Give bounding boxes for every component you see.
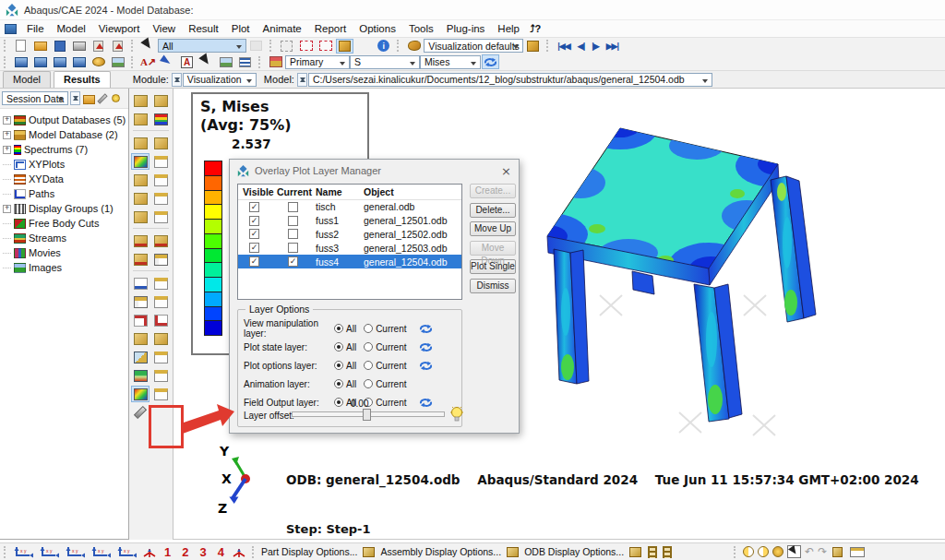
sync-icon[interactable] (419, 360, 433, 372)
tree-item-xyplots[interactable]: XYPlots (3, 157, 128, 172)
tree-item-display-groups-1[interactable]: Display Groups (1) (3, 201, 128, 216)
color-code-cube-button[interactable] (524, 39, 542, 54)
toolbox-stream-plot-button[interactable] (131, 367, 150, 384)
sync-field-output-button[interactable] (482, 54, 499, 69)
triad-view-icon[interactable] (232, 545, 246, 559)
selection-filter-button[interactable] (247, 39, 265, 54)
menu-view[interactable]: View (146, 22, 182, 35)
viewport-4-button[interactable]: 4 (218, 545, 224, 559)
field-output-position-combo[interactable]: Primary (285, 55, 350, 69)
menu-options[interactable]: Options (353, 22, 402, 35)
create-viewport-button[interactable] (12, 54, 30, 69)
radio-current[interactable] (364, 379, 373, 388)
toolbox-view-cut-manager-button[interactable] (151, 275, 170, 292)
layer-row-fuss4[interactable]: fuss4general_12504.odb (238, 255, 461, 268)
toolbox-frame-selector-button[interactable] (131, 92, 150, 109)
toolbox-odb-display-options-button[interactable] (131, 111, 150, 127)
toolbox-xy-data-manager-button[interactable] (131, 293, 150, 310)
annotation-cursor-button[interactable] (197, 54, 215, 69)
toolbar-grip[interactable] (252, 546, 257, 558)
edit-tree-icon[interactable] (97, 93, 107, 103)
toolbox-stream-options-button[interactable] (151, 367, 170, 384)
toolbox-overlay-plot-button[interactable] (131, 386, 150, 402)
toolbox-annotation-pen-button[interactable] (131, 404, 150, 421)
expand-icon[interactable] (3, 116, 11, 125)
view-cube-ghost-button[interactable] (278, 39, 295, 54)
tree-item-streams[interactable]: Streams (3, 231, 128, 245)
session-data-combo[interactable]: Session Data (2, 91, 68, 105)
toolbar-grip[interactable] (4, 546, 8, 558)
toolbox-activate-view-cut-button[interactable] (131, 330, 150, 347)
tree-item-paths[interactable]: Paths (3, 186, 128, 201)
next-frame-button[interactable]: |▶ (592, 42, 598, 51)
menu-tools[interactable]: Tools (402, 22, 440, 35)
current-checkbox[interactable] (288, 229, 298, 239)
current-checkbox[interactable] (288, 216, 298, 226)
print-button[interactable] (70, 39, 88, 54)
toolbox-xy-plot-options-button[interactable] (151, 293, 170, 310)
collapse-folder-icon[interactable] (83, 95, 95, 104)
toolbox-free-body-options-button[interactable] (151, 349, 170, 365)
tree-item-output-databases-5[interactable]: Output Databases (5) (3, 113, 128, 127)
tab-model[interactable]: Model (3, 71, 51, 88)
toolbar-grip[interactable] (397, 40, 401, 52)
toolbar-grip[interactable] (131, 40, 136, 52)
current-checkbox[interactable] (288, 243, 298, 253)
tree-item-free-body-cuts[interactable]: Free Body Cuts (3, 216, 128, 231)
layer-row-fuss1[interactable]: fuss1general_12501.odb (238, 214, 461, 228)
radio-current[interactable] (364, 361, 373, 370)
toolbox-common-plot-options-button[interactable] (151, 135, 170, 151)
save-button[interactable] (51, 39, 68, 54)
visible-checkbox[interactable] (249, 243, 259, 253)
toolbox-animate-scale-factor-button[interactable] (131, 232, 150, 249)
toolbox-contour-options-button[interactable] (151, 153, 170, 170)
color-code-defaults-combo[interactable]: Visualization defaults (424, 39, 523, 53)
menu-plot[interactable]: Plot (225, 22, 257, 35)
module-spinner[interactable] (172, 73, 182, 87)
tree-item-spectrums-7[interactable]: Spectrums (7) (3, 142, 128, 157)
link-viewports-button[interactable] (90, 54, 107, 69)
toolbox-contour-legend-button[interactable] (151, 111, 170, 127)
tile-horizontal-button[interactable] (31, 54, 49, 69)
expand-icon[interactable] (3, 205, 11, 213)
visible-checkbox[interactable] (249, 202, 259, 212)
last-frame-button[interactable]: ▶▶| (606, 42, 618, 51)
menu-viewport[interactable]: Viewport (92, 22, 147, 35)
viewport-3-button[interactable]: 3 (199, 545, 206, 559)
visible-checkbox[interactable] (249, 229, 259, 239)
axis-view-icon[interactable]: x y (65, 545, 87, 559)
create-arrow-button[interactable] (159, 54, 176, 69)
toolbox-free-body-cut-button[interactable] (131, 349, 150, 365)
slider-handle[interactable] (363, 409, 371, 421)
toolbox-overlay-frame-manager-button[interactable] (151, 92, 170, 109)
layer-row-fuss2[interactable]: fuss2general_12502.odb (238, 228, 461, 242)
model-spinner[interactable] (297, 73, 307, 87)
toolbox-plot-contours-button[interactable] (131, 153, 150, 170)
context-help-icon[interactable]: ⤴? (530, 23, 541, 34)
axis-view-icon[interactable]: x y (39, 545, 61, 559)
visible-checkbox[interactable] (249, 256, 259, 267)
tree-item-xydata[interactable]: XYData (3, 172, 128, 186)
toolbar-grip[interactable] (4, 40, 8, 52)
sync-icon[interactable] (419, 323, 433, 335)
axis-view-icon[interactable]: x y (90, 545, 113, 559)
create-text-button[interactable]: A (178, 54, 196, 69)
tip-lightbulb-icon[interactable] (112, 94, 120, 102)
menu-report[interactable]: Report (308, 22, 353, 35)
expand-icon[interactable] (3, 146, 11, 154)
tile-vertical-button[interactable] (51, 54, 68, 69)
radio-current[interactable] (364, 324, 373, 333)
layer-row-tisch[interactable]: tischgeneral.odb (238, 200, 461, 214)
viewport-2-button[interactable]: 2 (182, 545, 188, 559)
menu-animate[interactable]: Animate (257, 22, 308, 35)
radio-all[interactable] (334, 324, 343, 333)
viewport-1-button[interactable]: 1 (164, 545, 171, 559)
toolbox-animation-options-button[interactable] (131, 251, 150, 268)
close-icon[interactable]: × (501, 164, 511, 178)
viewport-annotations-button[interactable] (109, 54, 126, 69)
field-output-variable-combo[interactable]: S (350, 55, 420, 69)
toolbar-grip[interactable] (546, 40, 551, 52)
plot-single-button[interactable]: Plot Single (470, 259, 516, 274)
toolbox-symbol-options-button[interactable] (151, 172, 170, 188)
upload-model-button[interactable] (90, 39, 107, 54)
